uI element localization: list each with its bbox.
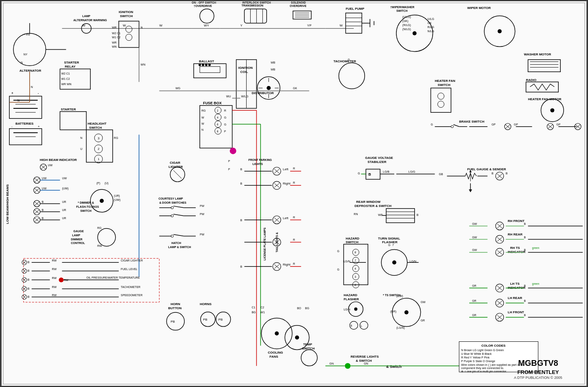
svg-text:UW: UW (48, 164, 53, 167)
svg-text:(GW): (GW) (396, 295, 403, 298)
svg-text:FROM BENTLEY: FROM BENTLEY (517, 369, 559, 375)
svg-text:PW: PW (200, 233, 205, 236)
svg-text:LH FRONT: LH FRONT (508, 310, 524, 314)
svg-text:N: N (201, 128, 203, 131)
svg-text:IGNITION: IGNITION (119, 10, 133, 14)
svg-point-111 (199, 64, 201, 66)
svg-text:B: B (240, 182, 243, 185)
svg-text:COLOR CODES: COLOR CODES (481, 344, 505, 347)
svg-text:(GK): (GK) (402, 20, 409, 23)
svg-text:RH TS: RH TS (510, 246, 520, 250)
svg-text:Left: Left (283, 167, 289, 171)
svg-text:B: B (28, 261, 30, 264)
svg-text:UW: UW (42, 177, 47, 180)
svg-text:W1 C2: W1 C2 (112, 36, 120, 39)
svg-text:B: B (524, 299, 526, 302)
svg-text:W1 C2: W1 C2 (61, 77, 70, 80)
svg-text:BATTERIES: BATTERIES (15, 122, 33, 125)
svg-text:IGNITION: IGNITION (238, 66, 253, 70)
svg-text:LIGHTS: LIGHTS (252, 163, 263, 165)
svg-text:WU: WU (226, 95, 231, 98)
svg-text:W1: W1 (260, 311, 265, 314)
svg-text:RG: RG (114, 136, 118, 139)
svg-text:N: N (141, 26, 143, 29)
svg-text:GN: GN (364, 362, 368, 365)
svg-text:HAZARD: HAZARD (345, 237, 359, 240)
svg-text:SPEEDOMETER: SPEEDOMETER (121, 294, 142, 297)
svg-text:P: P (228, 160, 230, 163)
svg-rect-0 (1, 1, 587, 386)
svg-text:RG: RG (201, 109, 205, 112)
svg-text:WB: WB (271, 68, 275, 71)
svg-text:A DTP PUBLICATION © 2005: A DTP PUBLICATION © 2005 (514, 376, 562, 380)
svg-text:B: B (42, 200, 44, 203)
svg-text:LOW BEAM/HIGH BEAMS: LOW BEAM/HIGH BEAMS (6, 184, 9, 224)
svg-text:R: R (293, 181, 295, 184)
svg-text:B: B (240, 219, 243, 222)
svg-text:U: U (80, 147, 82, 150)
svg-text:UR: UR (62, 209, 66, 211)
svg-text:HORN: HORN (170, 302, 180, 306)
svg-text:RW: RW (52, 259, 57, 262)
svg-text:⊕ = one pin of a multi pin con: ⊕ = one pin of a multi pin connector. (461, 370, 507, 373)
svg-text:WB: WB (271, 61, 275, 64)
svg-text:Right: Right (283, 263, 291, 266)
svg-point-114 (208, 64, 211, 66)
svg-text:& Switch: & Switch (386, 365, 402, 369)
svg-text:RH FRONT: RH FRONT (508, 219, 525, 223)
svg-text:TRANSMISSION: TRANSMISSION (242, 4, 263, 7)
svg-text:SOLENOID: SOLENOID (291, 1, 306, 4)
svg-text:G: G (224, 116, 226, 119)
svg-text:GP: GP (556, 123, 560, 126)
svg-text:8: 8 (217, 130, 219, 133)
svg-text:G: G (348, 58, 350, 61)
svg-text:G: G (337, 250, 339, 253)
svg-text:COURTESY LAMP: COURTESY LAMP (158, 197, 183, 200)
svg-text:FUEL LEVEL: FUEL LEVEL (121, 268, 138, 270)
svg-text:FANS: FANS (269, 355, 278, 358)
svg-text:COIL: COIL (240, 70, 248, 74)
svg-text:+: + (38, 125, 40, 128)
svg-text:COOLING: COOLING (268, 351, 283, 354)
svg-text:UW: UW (62, 177, 67, 180)
svg-text:TURN SIGNAL: TURN SIGNAL (378, 237, 400, 240)
svg-text:(U): (U) (105, 182, 109, 185)
svg-text:UR: UR (62, 217, 66, 220)
svg-text:B: B (42, 209, 44, 211)
svg-text:G: G (224, 123, 226, 126)
svg-text:green: green (532, 246, 540, 250)
svg-point-431 (392, 260, 396, 264)
svg-text:GR: GR (472, 314, 476, 317)
svg-text:R: R (293, 238, 295, 241)
svg-text:DISTRIBUTOR: DISTRIBUTOR (251, 91, 273, 95)
svg-point-60 (413, 31, 417, 35)
svg-text:+: + (11, 91, 13, 95)
svg-text:Right: Right (283, 182, 291, 185)
svg-text:GK: GK (428, 22, 432, 24)
svg-text:RELAY: RELAY (65, 65, 76, 68)
svg-text:B: B (524, 284, 526, 287)
svg-text:RADIO: RADIO (526, 78, 537, 82)
svg-text:& DOOR SWITCHES: & DOOR SWITCHES (159, 201, 186, 204)
svg-text:REVERSE LIGHTS: REVERSE LIGHTS (350, 355, 378, 358)
svg-text:WB: WB (378, 213, 383, 216)
svg-text:HATCH: HATCH (171, 242, 181, 244)
svg-text:MGBGTV8: MGBGTV8 (518, 358, 558, 367)
svg-text:2: 2 (98, 147, 100, 151)
svg-text:RH REAR: RH REAR (508, 233, 522, 236)
svg-text:GK: GK (293, 87, 297, 90)
svg-text:YP: YP (307, 24, 312, 27)
svg-text:FRONT PARKING: FRONT PARKING (248, 158, 272, 161)
wiring-diagram: W W W WY Y YP W ALTERNATOR + Ind NY N (1, 1, 587, 386)
svg-text:LG/N: LG/N (343, 260, 350, 263)
svg-text:B: B (28, 287, 30, 290)
svg-text:REAR WINDOW: REAR WINDOW (356, 200, 380, 204)
svg-text:6: 6 (350, 324, 352, 327)
svg-text:GN: GN (330, 362, 334, 365)
svg-text:LAMP & SWITCH: LAMP & SWITCH (168, 246, 191, 248)
svg-text:G: G (431, 123, 433, 126)
svg-text:BO: BO (297, 307, 302, 310)
svg-text:B: B (492, 172, 494, 175)
svg-text:R: R (293, 167, 295, 170)
svg-point-369 (295, 336, 299, 340)
